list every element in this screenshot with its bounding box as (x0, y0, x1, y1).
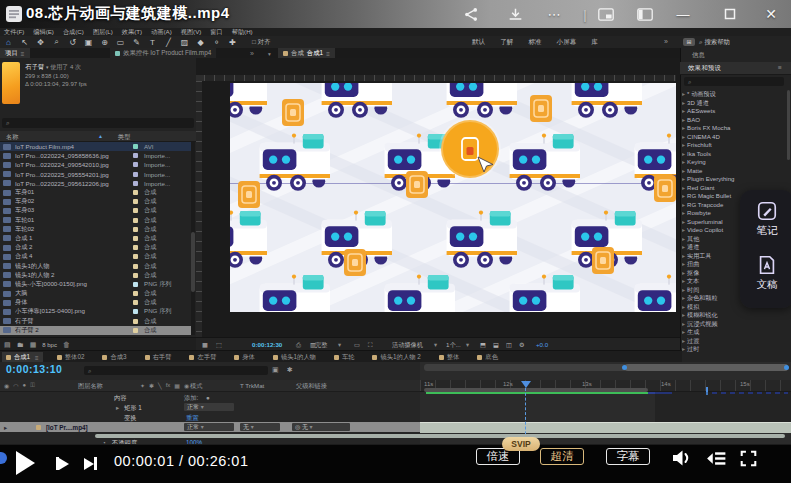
tab-composition[interactable]: 合成 合成1 ≡ (278, 48, 335, 58)
row-transform[interactable]: 变换 重置 (0, 412, 420, 422)
next-button[interactable] (84, 457, 97, 470)
help-box-icon[interactable]: ⊞ (683, 38, 695, 46)
audio-icon[interactable]: ◠ (13, 382, 18, 389)
expand-icon[interactable]: ▸ (682, 184, 685, 191)
project-item-row[interactable]: 合成 4 合成 (0, 252, 192, 261)
tool-icon[interactable]: ⊕ (99, 38, 110, 47)
workspace-tab[interactable]: 小屏幕 (557, 38, 577, 47)
expand-icon[interactable]: ▸ (682, 277, 685, 284)
tool-icon[interactable]: ╱ (163, 38, 174, 47)
expand-icon[interactable]: ▸ (682, 286, 685, 293)
tab-project[interactable]: 项目 ≡ (0, 48, 30, 58)
effects-category-row[interactable]: ▸Ika Tools (682, 150, 786, 159)
effects-category-row[interactable]: ▸模糊和锐化 (682, 311, 786, 320)
expand-icon[interactable]: ▸ (682, 107, 685, 114)
exposure-value[interactable]: +0.0 (536, 341, 548, 348)
timeline-comp-tab[interactable]: 身体 ≡ (230, 352, 259, 363)
effects-category-row[interactable]: ▸* 动画预设 (682, 90, 786, 99)
project-item-row[interactable]: 合成 1 合成 (0, 234, 192, 243)
volume-icon[interactable] (671, 449, 693, 471)
panel-menu-icon[interactable]: ≡ (35, 354, 39, 361)
expand-icon[interactable]: ▸ (682, 226, 685, 233)
expand-icon[interactable]: ▸ (4, 424, 7, 431)
eye-icon[interactable]: ◉ (4, 382, 9, 389)
effects-category-row[interactable]: ▸CINEMA 4D (682, 133, 786, 142)
column-mode[interactable]: 模式 (190, 382, 202, 391)
sort-icon[interactable]: ▲ (98, 133, 103, 139)
effects-category-row[interactable]: ▸3D 通道 (682, 99, 786, 108)
tool-icon[interactable]: ⌕ (51, 37, 62, 47)
fast-previews-icon[interactable]: ⚙ (519, 341, 525, 348)
expand-icon[interactable]: ▸ (682, 320, 685, 327)
solo-icon[interactable]: ● (23, 382, 27, 389)
timeline-timecode[interactable]: 0:00:13:10 (6, 363, 62, 375)
tool-icon[interactable]: ↺ (67, 38, 78, 47)
new-folder-icon[interactable]: 🖿 (17, 341, 24, 348)
frame-blend-icon[interactable]: ▦ (174, 382, 180, 389)
project-item-row[interactable]: 镜头-小车[0000-0150].png PNG 序列 (0, 280, 192, 289)
effects-search-input[interactable]: ⌕ (684, 77, 784, 86)
project-item-row[interactable]: 身体 合成 (0, 298, 192, 307)
expand-icon[interactable]: ▸ (682, 294, 685, 301)
active-camera-select[interactable]: 活动摄像机 (392, 341, 423, 350)
effects-category-row[interactable]: ▸Frischluft (682, 141, 786, 150)
effects-category-row[interactable]: ▸BAO (682, 116, 786, 125)
project-item-row[interactable]: IoT Pro...0220224_095858636.jpg Importe.… (0, 151, 192, 160)
dock-mini-mode-icon[interactable] (636, 6, 654, 22)
mask-visibility-icon[interactable]: ⬚ (216, 341, 222, 348)
effects-category-row[interactable]: ▸Boris FX Mocha (682, 124, 786, 133)
tool-icon[interactable]: ✚ (227, 38, 238, 47)
expand-icon[interactable]: ▸ (682, 90, 685, 97)
tool-icon[interactable]: T (147, 38, 158, 47)
expand-icon[interactable]: ▸ (682, 167, 685, 174)
column-parent[interactable]: 父级和链接 (296, 382, 327, 391)
project-item-row[interactable]: 石子臂 合成 (0, 317, 192, 326)
dropdown-icon[interactable]: ▾ (46, 64, 49, 70)
tab-info[interactable]: 信息 (692, 51, 705, 60)
column-layer-name[interactable]: 图层名称 (78, 382, 103, 391)
tool-icon[interactable]: ▭ (115, 38, 126, 47)
project-item-row[interactable]: 车身03 合成 (0, 206, 192, 215)
project-item-row[interactable]: 镜头1的人物 合成 (0, 261, 192, 270)
collapse-icon[interactable]: ✱ (149, 382, 154, 389)
minimize-icon[interactable]: — (674, 6, 692, 22)
picture-in-picture-icon[interactable] (597, 6, 615, 22)
expand-icon[interactable]: ▸ (682, 201, 685, 208)
effects-category-row[interactable]: ▸过时 (682, 345, 786, 354)
3d-icon[interactable]: ◉ (184, 382, 189, 389)
split-view-icon[interactable]: ⬒ (480, 341, 486, 348)
expand-icon[interactable]: ▸ (682, 328, 685, 335)
expand-icon[interactable]: ▸ (682, 269, 685, 276)
expand-icon[interactable]: ▸ (682, 175, 685, 182)
timeline-horizontal-scrollbar[interactable] (95, 434, 785, 438)
split-view2-icon[interactable]: ⬓ (493, 341, 499, 348)
expand-icon[interactable]: ▸ (682, 345, 685, 352)
effects-panel-header[interactable]: 效果和预设 ≡ (680, 62, 791, 75)
shy-icon[interactable]: ✦ (140, 382, 145, 389)
navigator-handle-left[interactable] (622, 365, 627, 370)
project-item-row[interactable]: 石子臂 2 合成 (0, 326, 192, 335)
timeline-search-input[interactable]: ⌕ (84, 366, 268, 375)
play-button[interactable] (16, 451, 35, 475)
expand-icon[interactable]: ▸ (682, 158, 685, 165)
safe-margins-icon[interactable]: ⛶ (368, 341, 372, 349)
project-item-row[interactable]: IoT Pro...0220225_095612206.jpg Importe.… (0, 179, 192, 188)
expand-icon[interactable]: ▸ (682, 260, 685, 267)
snapshot-icon[interactable]: ⎙ (296, 341, 301, 349)
expand-icon[interactable]: ▸ (116, 404, 119, 411)
blend-mode-select[interactable]: 正常 ▾ (184, 423, 234, 431)
download-icon[interactable] (506, 6, 524, 22)
mini-flowchart-icon[interactable]: ◫ (506, 341, 512, 348)
expand-icon[interactable]: ▸ (682, 99, 685, 106)
grid-icon[interactable]: ▦ (202, 341, 208, 348)
motion-blur-icon[interactable]: ✱ (287, 366, 293, 374)
tool-icon[interactable]: ▣ (83, 38, 94, 47)
expand-icon[interactable]: ▸ (682, 303, 685, 310)
workspace-tab[interactable]: 默认 (472, 38, 485, 47)
tool-icon[interactable]: ✥ (35, 38, 46, 47)
effects-category-row[interactable]: ▸AESweets (682, 107, 786, 116)
tabs-more-icon[interactable]: » (250, 50, 254, 57)
bit-depth[interactable]: 8 bpc (42, 342, 57, 348)
parent-select[interactable]: ◎ 无 ▾ (292, 423, 350, 431)
trash-icon[interactable]: 🗑 (63, 341, 70, 348)
